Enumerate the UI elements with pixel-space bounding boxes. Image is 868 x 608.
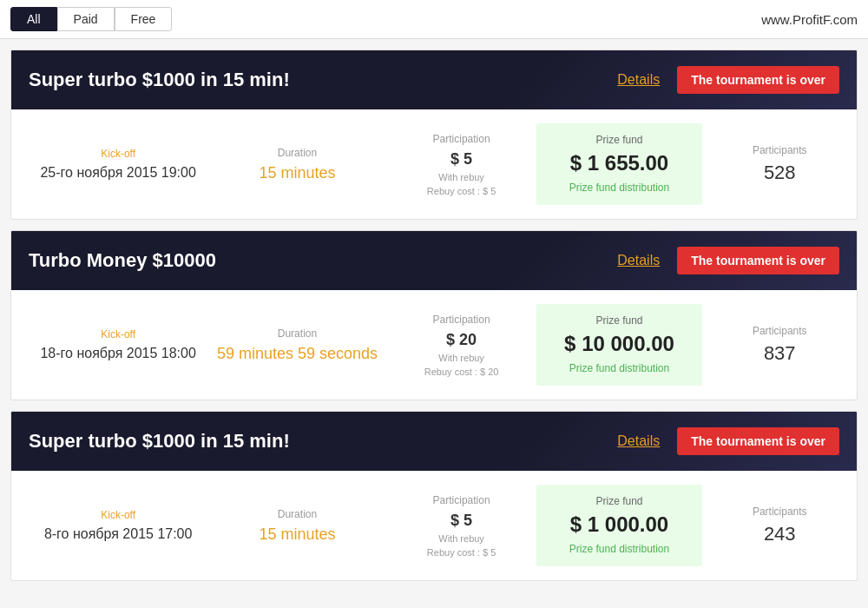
kickoff-col-1: Kick-off 25-го ноября 2015 19:00: [29, 148, 207, 181]
kickoff-value-3: 8-го ноября 2015 17:00: [29, 526, 207, 542]
participation-amount-2: $ 20: [387, 331, 536, 349]
prize-distribution-2[interactable]: Prize fund distribution: [569, 362, 669, 374]
kickoff-col-2: Kick-off 18-го ноября 2015 18:00: [29, 328, 207, 361]
card-title-3: Super turbo $1000 in 15 min!: [29, 430, 290, 453]
participants-label-1: Participants: [720, 144, 839, 156]
participants-col-3: Participants 243: [702, 506, 839, 545]
kickoff-col-3: Kick-off 8-го ноября 2015 17:00: [29, 509, 207, 542]
duration-col-3: Duration 15 minutes: [207, 508, 386, 544]
kickoff-label-2: Kick-off: [29, 328, 207, 340]
duration-col-1: Duration 15 minutes: [207, 147, 386, 182]
participants-label-3: Participants: [720, 506, 839, 518]
prize-amount-2: $ 10 000.00: [545, 332, 694, 356]
participants-value-2: 837: [720, 342, 839, 365]
duration-label-1: Duration: [207, 147, 386, 159]
kickoff-value-2: 18-го ноября 2015 18:00: [29, 346, 207, 361]
participation-amount-1: $ 5: [387, 150, 536, 169]
card-body-3: Kick-off 8-го ноября 2015 17:00 Duration…: [11, 471, 857, 580]
filter-tab-all[interactable]: All: [10, 7, 57, 31]
duration-label-2: Duration: [207, 327, 386, 340]
participants-label-2: Participants: [720, 325, 839, 337]
participation-label-2: Participation: [387, 314, 536, 326]
filter-tabs: All Paid Free: [10, 7, 172, 31]
prize-amount-3: $ 1 000.00: [545, 512, 694, 537]
prize-col-1: Prize fund $ 1 655.00 Prize fund distrib…: [536, 123, 703, 205]
prize-distribution-1[interactable]: Prize fund distribution: [569, 182, 669, 194]
prize-label-3: Prize fund: [545, 495, 694, 507]
kickoff-label-1: Kick-off: [29, 148, 207, 160]
participation-sub2-3: Rebuy cost : $ 5: [387, 547, 536, 558]
header-right-1: Details The tournament is over: [617, 66, 839, 94]
duration-value-1: 15 minutes: [207, 164, 386, 182]
participation-label-3: Participation: [387, 494, 536, 506]
participation-col-2: Participation $ 20 With rebuy Rebuy cost…: [387, 314, 536, 377]
duration-label-3: Duration: [207, 508, 386, 520]
prize-label-1: Prize fund: [545, 134, 694, 146]
status-badge-3: The tournament is over: [677, 427, 839, 455]
filter-tab-free[interactable]: Free: [115, 7, 173, 31]
participation-sub1-2: With rebuy: [387, 353, 536, 363]
details-link-1[interactable]: Details: [617, 72, 660, 88]
top-bar: All Paid Free www.ProfitF.com: [0, 0, 868, 39]
card-header-2: Turbo Money $10000 Details The tournamen…: [11, 231, 857, 290]
participants-col-2: Participants 837: [702, 325, 839, 365]
card-title-1: Super turbo $1000 in 15 min!: [29, 69, 290, 91]
participants-value-1: 528: [720, 162, 839, 184]
participation-sub2-2: Rebuy cost : $ 20: [387, 367, 536, 377]
tournament-card-2: Turbo Money $10000 Details The tournamen…: [10, 230, 858, 400]
card-header-3: Super turbo $1000 in 15 min! Details The…: [11, 412, 857, 471]
participants-col-1: Participants 528: [702, 144, 839, 184]
kickoff-label-3: Kick-off: [29, 509, 207, 521]
kickoff-value-1: 25-го ноября 2015 19:00: [29, 165, 207, 181]
details-link-2[interactable]: Details: [617, 253, 660, 268]
participation-amount-3: $ 5: [387, 512, 536, 530]
participation-sub2-1: Rebuy cost : $ 5: [387, 186, 536, 196]
filter-tab-paid[interactable]: Paid: [57, 7, 115, 31]
site-url: www.ProfitF.com: [761, 12, 858, 27]
prize-col-3: Prize fund $ 1 000.00 Prize fund distrib…: [536, 485, 703, 566]
card-header-1: Super turbo $1000 in 15 min! Details The…: [11, 50, 857, 109]
prize-label-2: Prize fund: [545, 314, 694, 327]
prize-distribution-3[interactable]: Prize fund distribution: [569, 543, 669, 555]
participation-col-1: Participation $ 5 With rebuy Rebuy cost …: [387, 133, 536, 196]
duration-value-2: 59 minutes 59 seconds: [207, 345, 386, 363]
prize-col-2: Prize fund $ 10 000.00 Prize fund distri…: [536, 304, 703, 386]
participation-sub1-1: With rebuy: [387, 172, 536, 182]
participation-label-1: Participation: [387, 133, 536, 145]
card-body-2: Kick-off 18-го ноября 2015 18:00 Duratio…: [11, 290, 857, 400]
duration-col-2: Duration 59 minutes 59 seconds: [207, 327, 386, 363]
header-right-2: Details The tournament is over: [617, 247, 839, 274]
header-right-3: Details The tournament is over: [617, 427, 839, 455]
participants-value-3: 243: [720, 523, 839, 545]
card-title-2: Turbo Money $10000: [29, 249, 216, 272]
tournament-card-3: Super turbo $1000 in 15 min! Details The…: [10, 411, 858, 581]
details-link-3[interactable]: Details: [617, 433, 660, 449]
tournament-card-1: Super turbo $1000 in 15 min! Details The…: [10, 50, 858, 220]
participation-sub1-3: With rebuy: [387, 533, 536, 544]
card-body-1: Kick-off 25-го ноября 2015 19:00 Duratio…: [11, 109, 857, 219]
prize-amount-1: $ 1 655.00: [545, 151, 694, 175]
status-badge-2: The tournament is over: [677, 247, 839, 274]
status-badge-1: The tournament is over: [677, 66, 839, 94]
duration-value-3: 15 minutes: [207, 525, 386, 544]
participation-col-3: Participation $ 5 With rebuy Rebuy cost …: [387, 494, 536, 558]
